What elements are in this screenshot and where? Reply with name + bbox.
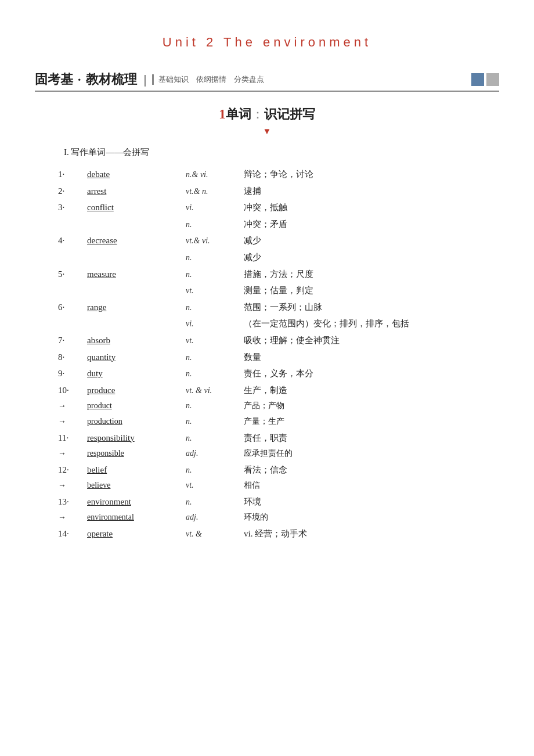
vocab-pos: vt.: [180, 333, 244, 349]
vocab-word: environment: [87, 494, 180, 510]
derivative-def: 产量；生产: [244, 414, 284, 430]
bar-item-1: 基础知识: [158, 75, 189, 84]
vocab-num-label: 4·: [35, 232, 87, 249]
vocab-word: range: [87, 299, 180, 316]
derivative-def: 相信: [244, 478, 260, 494]
vocab-num-label: 2·: [35, 183, 87, 200]
vocab-word: decrease: [87, 232, 180, 249]
vocab-word: belief: [87, 462, 180, 478]
vocab-def-cont: 测量；估量，判定: [244, 282, 313, 299]
vocab-def-cont: 冲突；矛盾: [244, 216, 287, 233]
vocab-num-label: 14·: [35, 525, 87, 542]
vocab-def: vi. 经营；动手术: [244, 525, 307, 542]
derivative-pos: n.: [180, 414, 244, 430]
vocab-def: 冲突，抵触: [244, 199, 287, 216]
vocab-derivative-row: →environmentaladj.环境的: [35, 510, 499, 525]
vocab-derivative-row: →productionn.产量；生产: [35, 414, 499, 430]
derivative-arrow: →: [35, 478, 87, 494]
vocab-entry-row: 4·decreasevt.& vi.减少: [35, 232, 499, 249]
vocab-num-label: 13·: [35, 494, 87, 510]
vocab-section-heading: 1单词：识记拼写: [35, 106, 499, 123]
vocab-word: debate: [87, 166, 180, 183]
vocab-pos-cont: vt.: [180, 283, 244, 299]
page-title: Unit 2 The environment: [35, 35, 499, 50]
section-header: 固考基 · 教材梳理 | 基础知识 依纲据情 分类盘点: [35, 71, 499, 92]
vocab-entry-row: n.减少: [35, 249, 499, 266]
vocab-entry-row: 3·conflictvi.冲突，抵触: [35, 199, 499, 216]
vocab-entry-row: 2·arrestvt.& n.逮捕: [35, 183, 499, 200]
vocab-word: operate: [87, 525, 180, 542]
vocab-word: absorb: [87, 332, 180, 349]
vocab-num-label: 9·: [35, 365, 87, 382]
vocab-pos: vt. &: [180, 527, 244, 542]
vocab-def: 环境: [244, 494, 261, 510]
vocab-entry-row: 5·measuren.措施，方法；尺度: [35, 266, 499, 283]
vocab-pos: n.: [180, 350, 244, 366]
vocab-word: responsibility: [87, 430, 180, 447]
vocab-num-label: 5·: [35, 266, 87, 283]
vocab-num-label: 12·: [35, 462, 87, 478]
section-header-main: 固考基: [35, 71, 73, 88]
vocab-num-label: 11·: [35, 430, 87, 447]
icon-gray: [486, 73, 499, 86]
vocab-def: 逮捕: [244, 183, 261, 200]
derivative-def: 产品；产物: [244, 398, 284, 414]
vocab-def: 看法；信念: [244, 462, 287, 478]
vocab-word: conflict: [87, 199, 180, 216]
vocab-pos: vi.: [180, 200, 244, 216]
vocab-derivative-row: →productn.产品；产物: [35, 398, 499, 414]
derivative-word: responsible: [87, 446, 180, 462]
vocab-entry-row: 11·responsibilityn.责任，职责: [35, 430, 499, 447]
vocab-entry-row: 14·operatevt. &vi. 经营；动手术: [35, 525, 499, 542]
bar-item-3: 分类盘点: [234, 75, 264, 84]
derivative-def: 环境的: [244, 510, 268, 525]
vocab-entry-row: 9·dutyn.责任，义务，本分: [35, 365, 499, 382]
bar-item-2: 依纲据情: [196, 75, 226, 84]
vocab-num-label: 7·: [35, 332, 87, 349]
subsection-label: I. 写作单词——会拼写: [64, 147, 499, 158]
derivative-pos: adj.: [180, 446, 244, 462]
vocab-label: 单词: [226, 107, 251, 121]
vocab-word: duty: [87, 365, 180, 382]
vocab-derivative-row: →believevt.相信: [35, 478, 499, 494]
vocab-pos: n.: [180, 366, 244, 382]
vocab-def: 辩论；争论，讨论: [244, 166, 313, 183]
vocab-list: 1·debaten.& vi.辩论；争论，讨论2·arrestvt.& n.逮捕…: [35, 166, 499, 542]
section-header-dot: ·: [78, 72, 81, 87]
vocab-entry-row: 6·rangen.范围；一系列；山脉: [35, 299, 499, 316]
vocab-num-label: 8·: [35, 349, 87, 366]
vocab-pos: n.: [180, 495, 244, 510]
vocab-entry-row: n.冲突；矛盾: [35, 216, 499, 233]
derivative-word: product: [87, 398, 180, 414]
vocab-word: produce: [87, 382, 180, 399]
vocab-entry-row: 1·debaten.& vi.辩论；争论，讨论: [35, 166, 499, 183]
derivative-def: 应承担责任的: [244, 446, 293, 462]
derivative-arrow: →: [35, 414, 87, 430]
vocab-pos-cont: n.: [180, 250, 244, 266]
vocab-pos: n.: [180, 463, 244, 478]
vocab-entry-row: vt.测量；估量，判定: [35, 282, 499, 299]
vocab-entry-row: 10·producevt. & vi.生产，制造: [35, 382, 499, 399]
vocab-subtitle: 识记拼写: [264, 107, 315, 121]
derivative-arrow: →: [35, 398, 87, 414]
vocab-entry-row: 7·absorbvt.吸收；理解；使全神贯注: [35, 332, 499, 349]
vocab-def: 吸收；理解；使全神贯注: [244, 332, 340, 349]
icon-blue: [471, 73, 484, 86]
vocab-arrow: ▼: [35, 127, 499, 136]
vocab-entry-row: vi.（在一定范围内）变化；排列，排序，包括: [35, 315, 499, 332]
derivative-arrow: →: [35, 510, 87, 525]
vocab-num: 1: [219, 106, 226, 121]
vocab-def: 责任，义务，本分: [244, 365, 313, 382]
vocab-def: 责任，职责: [244, 430, 287, 447]
vocab-word: quantity: [87, 349, 180, 366]
section-header-icons: [471, 73, 499, 86]
vocab-pos-cont: n.: [180, 217, 244, 233]
section-header-bar: 基础知识 依纲据情 分类盘点: [152, 74, 467, 85]
vocab-pos: n.: [180, 267, 244, 283]
derivative-word: production: [87, 414, 180, 430]
vocab-pos: vt.& n.: [180, 184, 244, 200]
vocab-entry-row: 12·beliefn.看法；信念: [35, 462, 499, 478]
vocab-word: arrest: [87, 183, 180, 200]
vocab-def: 数量: [244, 349, 261, 366]
vocab-pos: n.& vi.: [180, 167, 244, 183]
